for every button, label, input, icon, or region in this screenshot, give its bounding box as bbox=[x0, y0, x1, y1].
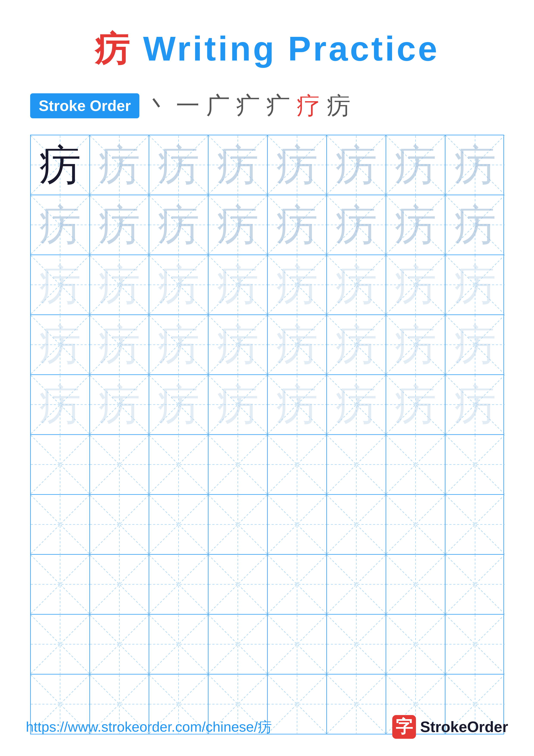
char-faded: 疠 bbox=[276, 204, 318, 246]
char-faded: 疠 bbox=[276, 144, 318, 186]
grid-cell[interactable]: 疠 bbox=[445, 375, 505, 434]
page-title: 疠 Writing Practice bbox=[95, 26, 440, 72]
grid-cell[interactable]: 疠 bbox=[31, 315, 90, 374]
grid-cell[interactable]: 疠 bbox=[268, 255, 327, 314]
grid-cell[interactable]: 疠 bbox=[327, 375, 386, 434]
grid-cell[interactable]: 疠 bbox=[268, 315, 327, 374]
grid-cell[interactable]: 疠 bbox=[90, 255, 149, 314]
grid-cell[interactable]: 疠 bbox=[268, 375, 327, 434]
grid-cell-empty[interactable] bbox=[445, 615, 505, 674]
grid-cell-empty[interactable] bbox=[90, 555, 149, 614]
grid-cell[interactable]: 疠 bbox=[268, 135, 327, 195]
grid-cell-empty[interactable] bbox=[90, 495, 149, 554]
grid-row: 疠 疠 疠 疠 疠 疠 疠 疠 bbox=[31, 255, 503, 315]
grid-cell-empty[interactable] bbox=[31, 495, 90, 554]
grid-cell-empty[interactable] bbox=[268, 435, 327, 494]
grid-cell[interactable]: 疠 bbox=[386, 375, 445, 434]
grid-cell[interactable]: 疠 bbox=[445, 255, 505, 314]
grid-cell-empty[interactable] bbox=[90, 615, 149, 674]
char-faded: 疠 bbox=[217, 144, 259, 186]
grid-cell[interactable]: 疠 bbox=[327, 315, 386, 374]
grid-cell-empty[interactable] bbox=[149, 555, 209, 614]
grid-cell[interactable]: 疠 bbox=[90, 195, 149, 255]
grid-cell[interactable]: 疠 bbox=[149, 255, 209, 314]
grid-cell[interactable]: 疠 bbox=[31, 135, 90, 195]
char-faded: 疠 bbox=[98, 144, 140, 186]
char-very-faded: 疠 bbox=[217, 384, 259, 426]
grid-cell-empty[interactable] bbox=[268, 495, 327, 554]
grid-cell-empty[interactable] bbox=[327, 495, 386, 554]
grid-cell[interactable]: 疠 bbox=[209, 135, 268, 195]
char-very-faded: 疠 bbox=[98, 264, 140, 306]
grid-cell-empty[interactable] bbox=[209, 555, 268, 614]
grid-row: 疠 疠 疠 bbox=[31, 135, 503, 195]
char-faded: 疠 bbox=[394, 204, 436, 246]
char-very-faded: 疠 bbox=[454, 324, 496, 366]
page: 疠 Writing Practice Stroke Order 丶 一 广 疒 … bbox=[0, 0, 534, 756]
grid-cell[interactable]: 疠 bbox=[90, 375, 149, 434]
grid-cell-empty[interactable] bbox=[386, 615, 445, 674]
grid-cell-empty[interactable] bbox=[445, 435, 505, 494]
grid-row: 疠 疠 疠 疠 疠 疠 疠 疠 bbox=[31, 375, 503, 435]
grid-cell[interactable]: 疠 bbox=[149, 375, 209, 434]
grid-cell-empty[interactable] bbox=[31, 615, 90, 674]
grid-cell[interactable]: 疠 bbox=[445, 135, 505, 195]
grid-cell-empty[interactable] bbox=[327, 435, 386, 494]
grid-cell[interactable]: 疠 bbox=[31, 195, 90, 255]
grid-cell[interactable]: 疠 bbox=[268, 195, 327, 255]
footer-logo: 字 StrokeOrder bbox=[392, 715, 508, 739]
grid-cell[interactable]: 疠 bbox=[327, 255, 386, 314]
grid-cell-empty[interactable] bbox=[149, 615, 209, 674]
grid-cell[interactable]: 疠 bbox=[327, 135, 386, 195]
grid-cell[interactable]: 疠 bbox=[386, 255, 445, 314]
grid-cell[interactable]: 疠 bbox=[327, 195, 386, 255]
grid-cell[interactable]: 疠 bbox=[209, 315, 268, 374]
char-faded: 疠 bbox=[39, 204, 81, 246]
grid-cell-empty[interactable] bbox=[445, 495, 505, 554]
stroke-5: 疒 bbox=[267, 90, 294, 122]
grid-cell-empty[interactable] bbox=[268, 615, 327, 674]
grid-cell[interactable]: 疠 bbox=[149, 315, 209, 374]
grid-cell-empty[interactable] bbox=[327, 615, 386, 674]
grid-cell[interactable]: 疠 bbox=[386, 315, 445, 374]
grid-cell-empty[interactable] bbox=[386, 555, 445, 614]
char-faded: 疠 bbox=[217, 204, 259, 246]
grid-row-empty bbox=[31, 555, 503, 615]
grid-cell[interactable]: 疠 bbox=[31, 375, 90, 434]
grid-cell-empty[interactable] bbox=[209, 435, 268, 494]
grid-cell-empty[interactable] bbox=[209, 495, 268, 554]
char-very-faded: 疠 bbox=[217, 264, 259, 306]
grid-cell-empty[interactable] bbox=[149, 495, 209, 554]
stroke-order-section: Stroke Order 丶 一 广 疒 疒 疗 疠 bbox=[30, 90, 504, 122]
grid-cell-empty[interactable] bbox=[149, 435, 209, 494]
grid-cell[interactable]: 疠 bbox=[386, 135, 445, 195]
grid-cell[interactable]: 疠 bbox=[445, 315, 505, 374]
grid-cell[interactable]: 疠 bbox=[209, 195, 268, 255]
grid-cell-empty[interactable] bbox=[445, 555, 505, 614]
grid-cell[interactable]: 疠 bbox=[90, 135, 149, 195]
grid-cell[interactable]: 疠 bbox=[149, 135, 209, 195]
grid-cell[interactable]: 疠 bbox=[445, 195, 505, 255]
char-very-faded: 疠 bbox=[394, 264, 436, 306]
footer-url-link[interactable]: https://www.strokeorder.com/chinese/疠 bbox=[26, 717, 272, 736]
practice-grid: 疠 疠 疠 bbox=[30, 135, 504, 735]
grid-cell-empty[interactable] bbox=[209, 615, 268, 674]
stroke-1: 丶 bbox=[146, 90, 174, 122]
grid-cell-empty[interactable] bbox=[268, 555, 327, 614]
grid-cell-empty[interactable] bbox=[327, 555, 386, 614]
strokeorder-logo-text: StrokeOrder bbox=[420, 718, 508, 736]
grid-cell-empty[interactable] bbox=[386, 495, 445, 554]
grid-cell-empty[interactable] bbox=[386, 435, 445, 494]
grid-cell[interactable]: 疠 bbox=[90, 315, 149, 374]
grid-cell[interactable]: 疠 bbox=[209, 255, 268, 314]
grid-cell-empty[interactable] bbox=[90, 435, 149, 494]
grid-cell-empty[interactable] bbox=[31, 555, 90, 614]
char-faded: 疠 bbox=[158, 204, 199, 246]
char-faded: 疠 bbox=[454, 204, 496, 246]
footer: https://www.strokeorder.com/chinese/疠 字 … bbox=[0, 715, 534, 739]
grid-cell[interactable]: 疠 bbox=[31, 255, 90, 314]
grid-cell[interactable]: 疠 bbox=[386, 195, 445, 255]
grid-cell[interactable]: 疠 bbox=[149, 195, 209, 255]
grid-cell[interactable]: 疠 bbox=[209, 375, 268, 434]
grid-cell-empty[interactable] bbox=[31, 435, 90, 494]
